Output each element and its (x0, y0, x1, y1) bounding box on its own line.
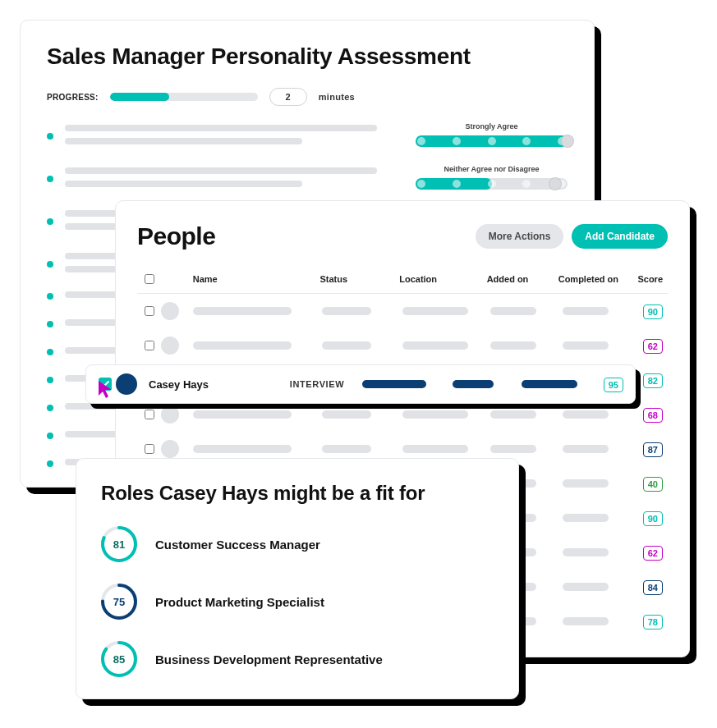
score-badge: 40 (643, 477, 663, 492)
name-placeholder (193, 307, 292, 315)
added-placeholder (490, 307, 536, 315)
role-score-ring: 75 (101, 584, 137, 620)
role-title: Product Marketing Specialist (155, 595, 324, 609)
progress-bar (110, 93, 258, 101)
status-placeholder (322, 307, 371, 315)
avatar (161, 440, 179, 458)
score-badge: 68 (643, 408, 663, 423)
role-item[interactable]: 85 Business Development Representative (101, 641, 494, 677)
row-checkbox[interactable] (145, 341, 154, 350)
avatar (161, 337, 179, 355)
col-status: Status (319, 274, 399, 284)
completed-placeholder (563, 445, 609, 453)
added-placeholder (490, 445, 536, 453)
score-badge: 90 (643, 304, 663, 319)
roles-card: Roles Casey Hays might be a fit for 81 C… (76, 458, 519, 699)
role-item[interactable]: 81 Customer Success Manager (101, 526, 494, 562)
location-placeholder (402, 341, 468, 350)
slider-label: Neither Agree nor Disagree (444, 165, 539, 173)
name-placeholder (193, 445, 292, 453)
completed-placeholder (563, 307, 609, 315)
question-dot (47, 261, 53, 268)
role-item[interactable]: 75 Product Marketing Specialist (101, 584, 494, 620)
location-placeholder (402, 445, 468, 453)
roles-title: Roles Casey Hays might be a fit for (101, 482, 494, 505)
question-dot (47, 133, 53, 140)
col-name: Name (193, 274, 320, 284)
role-score: 85 (101, 641, 137, 677)
candidate-completed-placeholder (522, 380, 577, 388)
role-score: 75 (101, 584, 137, 620)
score-badge: 90 (643, 511, 663, 526)
row-checkbox[interactable] (145, 306, 154, 316)
status-placeholder (322, 410, 371, 419)
question-text-placeholder (65, 125, 404, 144)
status-placeholder (322, 445, 371, 453)
question-dot (47, 349, 53, 355)
candidate-added-placeholder (453, 380, 494, 388)
question-dot (47, 218, 53, 225)
candidate-status: INTERVIEW (272, 379, 362, 389)
question-dot (47, 433, 53, 439)
role-score-ring: 85 (101, 641, 137, 677)
question-text-placeholder (65, 167, 404, 187)
role-title: Business Development Representative (155, 652, 383, 666)
score-badge: 78 (643, 615, 663, 630)
added-placeholder (490, 410, 536, 419)
role-score-ring: 81 (101, 526, 137, 562)
candidate-location-placeholder (362, 380, 426, 388)
minutes-label: minutes (319, 92, 355, 102)
status-placeholder (322, 341, 371, 350)
question-dot (47, 405, 53, 411)
completed-placeholder (563, 617, 609, 625)
score-badge: 84 (643, 580, 663, 595)
highlighted-candidate-row[interactable]: Casey Hays INTERVIEW 95 (85, 364, 636, 404)
assessment-progress: PROGRESS: 2 minutes (47, 88, 568, 106)
completed-placeholder (563, 583, 609, 591)
question-dot (47, 176, 53, 182)
question-dot (47, 293, 53, 300)
avatar (161, 405, 179, 424)
select-all-checkbox[interactable] (145, 274, 154, 284)
score-badge: 62 (643, 339, 663, 354)
added-placeholder (490, 341, 536, 350)
add-candidate-button[interactable]: Add Candidate (572, 224, 668, 249)
likert-slider[interactable] (416, 135, 568, 147)
table-row[interactable]: 62 (137, 328, 668, 363)
role-score: 81 (101, 526, 137, 562)
role-title: Customer Success Manager (155, 538, 320, 552)
question-dot (47, 377, 53, 383)
name-placeholder (193, 341, 292, 350)
location-placeholder (402, 410, 468, 419)
candidate-score: 95 (604, 378, 623, 392)
completed-placeholder (563, 514, 609, 522)
people-table-header: Name Status Location Added on Completed … (137, 263, 668, 294)
likert-slider[interactable] (416, 178, 568, 190)
completed-placeholder (563, 548, 609, 556)
people-title: People (137, 222, 215, 250)
table-row[interactable]: 90 (137, 294, 668, 328)
col-completed-on: Completed on (558, 274, 638, 284)
minutes-value[interactable]: 2 (269, 88, 307, 106)
more-actions-button[interactable]: More Actions (476, 224, 564, 249)
avatar (161, 302, 179, 320)
score-badge: 87 (643, 442, 663, 457)
col-added-on: Added on (487, 274, 558, 284)
col-score: Score (637, 274, 668, 284)
candidate-name: Casey Hays (149, 378, 272, 391)
completed-placeholder (563, 341, 609, 350)
completed-placeholder (563, 479, 609, 488)
score-badge: 62 (643, 546, 663, 561)
assessment-title: Sales Manager Personality Assessment (47, 43, 568, 70)
candidate-avatar (116, 373, 137, 395)
location-placeholder (402, 307, 468, 315)
progress-label: PROGRESS: (47, 93, 99, 102)
name-placeholder (193, 410, 292, 419)
question-dot (47, 321, 53, 327)
question-dot (47, 460, 53, 467)
col-location: Location (399, 274, 486, 284)
completed-placeholder (563, 410, 609, 419)
slider-label: Strongly Agree (465, 122, 517, 130)
row-checkbox[interactable] (145, 444, 154, 454)
row-checkbox[interactable] (145, 410, 154, 419)
